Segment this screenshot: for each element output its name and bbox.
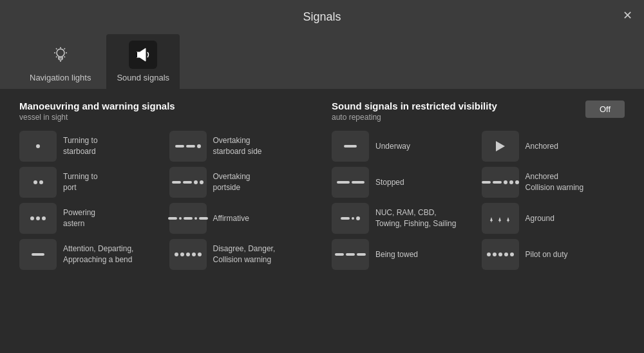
signal-text-overtaking-stbd: Overtakingstarboard side [213,135,262,157]
left-section-title: Manoeuvring and warning signals [19,100,312,111]
tab-sound-signals[interactable]: Sound signals [106,34,180,89]
signal-text-disagree: Disagree, Danger,Collision warning [213,243,276,265]
signal-btn-powering-astern[interactable] [19,203,57,234]
tab-nav-lights-label: Navigation lights [30,73,91,82]
title-bar: Signals ✕ [0,0,644,30]
signal-turning-port: Turning toport [19,167,163,198]
tab-nav-lights[interactable]: Navigation lights [19,34,101,89]
right-section-header-text: Sound signals in restricted visibility a… [332,100,497,122]
dot-pattern-dash2dot [175,144,201,148]
signal-text-stopped: Stopped [375,177,404,188]
signal-overtaking-port: Overtakingportside [169,167,313,198]
left-section-subtitle: vessel in sight [19,113,312,122]
svg-marker-12 [498,217,501,221]
signal-text-overtaking-port: Overtakingportside [213,171,251,193]
right-row-1: Underway Anchored [332,131,625,162]
signal-btn-turning-starboard[interactable] [19,131,57,162]
signal-btn-attention[interactable] [19,239,57,270]
svg-line-8 [56,57,57,58]
sections-container: Manoeuvring and warning signals vessel i… [19,100,625,270]
svg-line-5 [56,48,57,50]
signal-anchored-collision: AnchoredCollision warning [482,167,625,198]
dot-pattern-triangle [496,141,505,151]
right-row-4: Being towed Pilot on duty [332,239,625,270]
sound-signals-icon [129,41,157,69]
dot-pattern-bells [489,212,512,225]
dot-pattern-3dash [335,253,366,256]
window-title: Signals [303,10,341,24]
signal-aground: Aground [482,203,625,234]
signal-text-anchored: Anchored [526,141,558,152]
signal-btn-being-towed[interactable] [332,239,369,270]
close-button[interactable]: ✕ [623,10,632,21]
dot-pattern-3dot [30,216,46,220]
signal-btn-affirmative[interactable] [169,203,207,234]
signal-affirmative: Affirmative [169,203,313,234]
signal-text-turning-port: Turning toport [63,171,98,193]
signal-text-powering-astern: Poweringastern [63,207,95,229]
signal-powering-astern: Poweringastern [19,203,163,234]
signal-btn-anchored-collision[interactable] [482,167,519,198]
signal-btn-anchored[interactable] [482,131,519,162]
signal-overtaking-stbd: Overtakingstarboard side [169,131,313,162]
svg-marker-13 [507,217,509,221]
signal-underway: Underway [332,131,475,162]
signal-text-affirmative: Affirmative [213,213,249,224]
main-content: Manoeuvring and warning signals vessel i… [0,89,644,353]
signal-turning-starboard: Turning tostarboard [19,131,163,162]
right-section: Sound signals in restricted visibility a… [332,100,625,270]
signal-text-underway: Underway [375,141,410,152]
signal-btn-disagree[interactable] [169,239,207,270]
signal-disagree: Disagree, Danger,Collision warning [169,239,313,270]
left-section: Manoeuvring and warning signals vessel i… [19,100,312,270]
svg-marker-11 [490,217,493,221]
signal-text-aground: Aground [526,213,554,224]
signal-btn-turning-port[interactable] [19,167,57,198]
left-signal-grid: Turning tostarboard Overtakingstarboard … [19,131,312,270]
left-row-1: Turning tostarboard Overtakingstarboard … [19,131,312,162]
signal-btn-pilot[interactable] [482,239,519,270]
signal-btn-aground[interactable] [482,203,519,234]
tab-bar: Navigation lights Sound signals [0,30,644,89]
dot-pattern-dashdotdash [168,217,208,220]
signal-btn-nuc-ram[interactable] [332,203,369,234]
signal-text-being-towed: Being towed [375,249,418,260]
svg-point-0 [57,49,64,57]
signal-text-turning-starboard: Turning tostarboard [63,135,98,157]
signal-pilot: Pilot on duty [482,239,625,270]
signal-attention: Attention, Departing,Approaching a bend [19,239,163,270]
signal-stopped: Stopped [332,167,475,198]
signal-text-pilot: Pilot on duty [526,249,568,260]
signal-btn-stopped[interactable] [332,167,369,198]
dot-pattern-1dash [32,253,44,256]
dot-pattern-1dot [36,144,40,148]
signal-being-towed: Being towed [332,239,475,270]
dot-pattern-underway [344,145,357,148]
dot-pattern-dash2dot3 [482,180,519,184]
dot-pattern-5dot [175,253,202,256]
dot-pattern-2dash [337,181,365,184]
svg-line-7 [64,48,65,50]
signal-btn-underway[interactable] [332,131,369,162]
signal-text-nuc-ram: NUC, RAM, CBD,Towing, Fishing, Sailing [375,207,456,229]
right-row-3: NUC, RAM, CBD,Towing, Fishing, Sailing [332,203,625,234]
window: Signals ✕ Naviga [0,0,644,353]
svg-line-6 [64,57,65,58]
signal-btn-overtaking-port[interactable] [169,167,207,198]
off-button[interactable]: Off [585,100,625,118]
signal-text-attention: Attention, Departing,Approaching a bend [63,243,133,265]
signal-btn-overtaking-stbd[interactable] [169,131,207,162]
right-signal-grid: Underway Anchored [332,131,625,270]
tab-sound-signals-label: Sound signals [117,73,169,82]
left-row-4: Attention, Departing,Approaching a bend … [19,239,312,270]
signal-anchored: Anchored [482,131,625,162]
dot-pattern-5dot-pilot [487,253,514,256]
right-row-2: Stopped AnchoredCollision warning [332,167,625,198]
signal-nuc-ram: NUC, RAM, CBD,Towing, Fishing, Sailing [332,203,475,234]
dot-pattern-dash2dot2 [172,180,204,184]
right-section-title: Sound signals in restricted visibility [332,100,497,111]
right-section-header: Sound signals in restricted visibility a… [332,100,625,122]
signal-text-anchored-collision: AnchoredCollision warning [526,171,584,193]
dot-pattern-dashdot2 [341,216,360,220]
right-section-subtitle: auto repeating [332,113,497,122]
